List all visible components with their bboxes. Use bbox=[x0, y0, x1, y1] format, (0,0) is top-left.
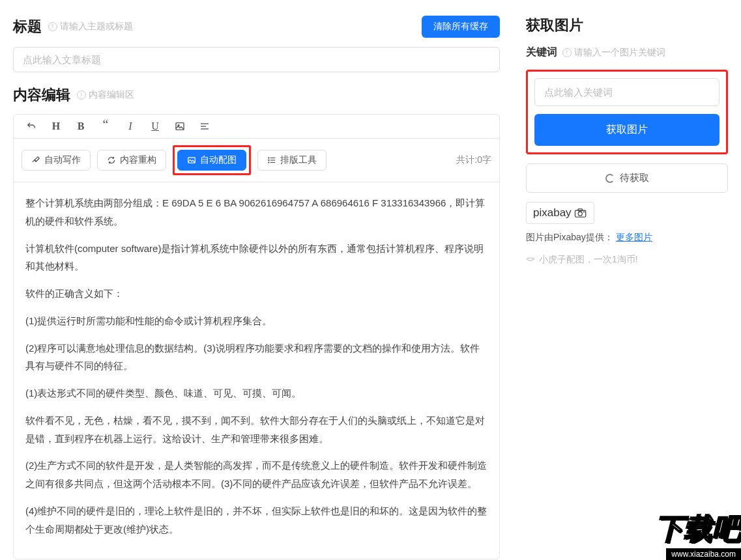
bold-icon[interactable]: B bbox=[74, 119, 88, 134]
action-toolbar: 自动写作 内容重构 自动配图 排版工具 共计:0字 bbox=[14, 139, 499, 182]
auto-image-button[interactable]: 自动配图 bbox=[177, 150, 246, 171]
pixabay-badge: pixabay bbox=[526, 202, 594, 224]
auto-write-button[interactable]: 自动写作 bbox=[22, 150, 91, 171]
content-paragraph: (4)维护不同的硬件是旧的，理论上软件是旧的，并不坏，但实际上软件也是旧的和坏的… bbox=[25, 502, 487, 539]
content-paragraph: (2)生产方式不同的软件是开发，是人类智能的高发挥，而不是传统意义上的硬件制造。… bbox=[25, 456, 487, 493]
undo-icon[interactable] bbox=[24, 119, 38, 134]
spinner-icon bbox=[605, 174, 615, 183]
info-icon: ! bbox=[77, 91, 86, 100]
format-toolbar: H B “ I U bbox=[14, 115, 499, 139]
content-header: 内容编辑 ! 内容编辑区 bbox=[13, 85, 500, 105]
restructure-button[interactable]: 内容重构 bbox=[97, 150, 166, 171]
info-icon: ! bbox=[48, 22, 57, 31]
info-icon: ! bbox=[562, 48, 572, 57]
pixabay-attribution: 图片由Pixabay提供： 更多图片 bbox=[526, 232, 728, 244]
content-paragraph: (1)表达形式不同的硬件类型、颜色、味道、可见、可摸、可闻。 bbox=[25, 384, 487, 402]
content-paragraph: 软件的正确含义如下： bbox=[25, 285, 487, 303]
content-hint: ! 内容编辑区 bbox=[77, 89, 134, 101]
image-panel-header: 获取图片 bbox=[526, 16, 728, 35]
image-icon[interactable] bbox=[173, 119, 187, 134]
italic-icon[interactable]: I bbox=[123, 119, 138, 134]
heading-icon[interactable]: H bbox=[49, 119, 63, 134]
keyword-hint: ! 请输入一个图片关键词 bbox=[562, 47, 665, 59]
svg-point-11 bbox=[269, 162, 269, 163]
layout-tool-button[interactable]: 排版工具 bbox=[257, 150, 327, 171]
clear-cache-button[interactable]: 清除所有缓存 bbox=[422, 16, 500, 38]
align-left-icon[interactable] bbox=[197, 119, 212, 134]
svg-rect-14 bbox=[578, 209, 582, 211]
title-hint: ! 请输入主题或标题 bbox=[48, 21, 133, 33]
keyword-input[interactable] bbox=[534, 78, 719, 106]
watermark-url: www.xiazaiba.com bbox=[666, 548, 741, 560]
watermark: 下载吧 www.xiazaiba.com bbox=[655, 510, 741, 560]
footer-note: 小虎子配图，一次1淘币! bbox=[526, 254, 728, 266]
svg-point-9 bbox=[269, 158, 269, 158]
image-panel-title: 获取图片 bbox=[526, 16, 583, 35]
keyword-label: 关键词 bbox=[526, 46, 557, 59]
camera-icon bbox=[574, 208, 587, 217]
auto-image-highlight: 自动配图 bbox=[173, 145, 251, 175]
content-paragraph: 软件看不见，无色，枯燥，看不见，摸不到，闻不到。软件大部分存在于人们的头脑或纸上… bbox=[25, 412, 487, 448]
more-images-link[interactable]: 更多图片 bbox=[616, 232, 652, 242]
quote-icon[interactable]: “ bbox=[98, 119, 113, 134]
content-paragraph: (1)提供运行时所需功能和性能的命令或计算机程序集合。 bbox=[25, 312, 487, 330]
status-button[interactable]: 待获取 bbox=[526, 163, 728, 193]
keyword-highlight-box: 获取图片 bbox=[526, 70, 728, 154]
editor-content[interactable]: 整个计算机系统由两部分组成：E 69DA 5 E 6 BA 9062616964… bbox=[14, 182, 499, 559]
svg-point-10 bbox=[269, 160, 269, 160]
get-image-button[interactable]: 获取图片 bbox=[534, 114, 719, 146]
svg-point-13 bbox=[578, 212, 582, 216]
content-label: 内容编辑 bbox=[13, 85, 70, 105]
title-header-row: 标题 ! 请输入主题或标题 清除所有缓存 bbox=[13, 16, 500, 38]
content-paragraph: (2)程序可以满意地处理信息的数据结构。(3)说明程序功能要求和程序需要的文档的… bbox=[25, 339, 487, 376]
watermark-text: 下载吧 bbox=[655, 510, 741, 548]
keyword-header: 关键词 ! 请输入一个图片关键词 bbox=[526, 46, 728, 59]
word-count: 共计:0字 bbox=[456, 154, 491, 166]
underline-icon[interactable]: U bbox=[148, 119, 162, 134]
svg-rect-15 bbox=[583, 212, 584, 213]
content-paragraph: 整个计算机系统由两部分组成：E 69DA 5 E 6 BA 9062616964… bbox=[25, 194, 487, 231]
title-input[interactable] bbox=[13, 47, 500, 72]
content-paragraph: 计算机软件(computer software)是指计算机系统中除硬件以外的所有… bbox=[25, 240, 487, 276]
title-label: 标题 bbox=[13, 17, 42, 36]
editor-container: H B “ I U 自动写作 内容重构 bbox=[13, 114, 500, 559]
bowl-icon bbox=[526, 257, 535, 263]
